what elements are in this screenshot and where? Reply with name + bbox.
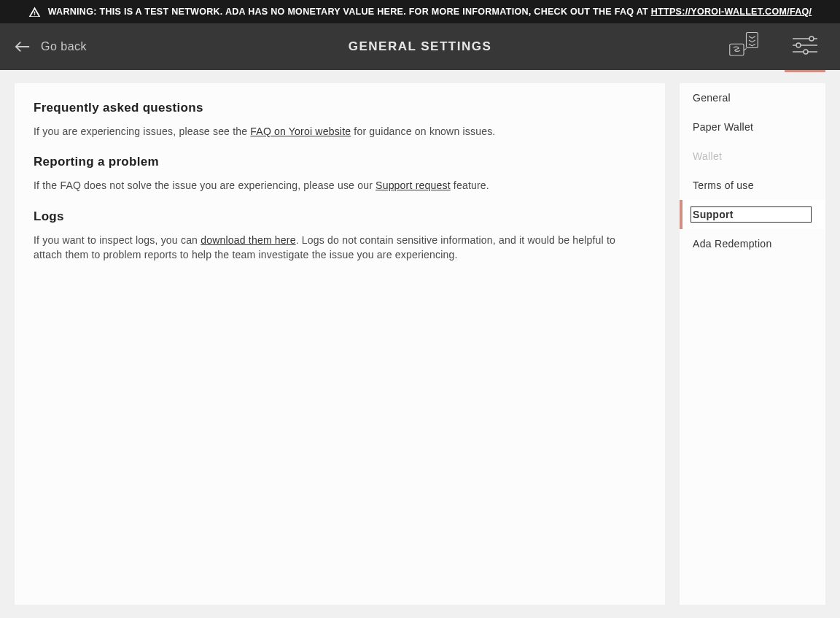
report-paragraph: If the FAQ does not solve the issue you … bbox=[34, 178, 646, 193]
settings-side-nav: General Paper Wallet Wallet Terms of use… bbox=[680, 83, 825, 605]
logs-paragraph: If you want to inspect logs, you can dow… bbox=[34, 233, 646, 263]
sidebar-item-paper-wallet[interactable]: Paper Wallet bbox=[680, 112, 825, 142]
svg-point-7 bbox=[804, 50, 808, 54]
warning-faq-link[interactable]: HTTPS://YOROI-WALLET.COM/FAQ/ bbox=[651, 7, 812, 17]
wallets-icon bbox=[728, 31, 759, 63]
warning-text: WARNING: THIS IS A TEST NETWORK. ADA HAS… bbox=[48, 4, 812, 19]
sidebar-item-ada-redemption[interactable]: Ada Redemption bbox=[680, 229, 825, 258]
arrow-left-icon bbox=[15, 41, 31, 53]
svg-rect-0 bbox=[730, 44, 744, 55]
sidebar-item-label: Terms of use bbox=[693, 179, 754, 191]
faq-heading: Frequently asked questions bbox=[34, 101, 646, 115]
main-layout: Frequently asked questions If you are ex… bbox=[0, 70, 840, 605]
report-text-before: If the FAQ does not solve the issue you … bbox=[34, 179, 376, 191]
wallets-button[interactable] bbox=[723, 23, 764, 70]
support-request-link[interactable]: Support request bbox=[376, 179, 451, 191]
topbar: Go back GENERAL SETTINGS bbox=[0, 23, 840, 70]
go-back-label: Go back bbox=[41, 40, 87, 53]
sidebar-item-label: Wallet bbox=[693, 150, 722, 162]
sidebar-item-label: Ada Redemption bbox=[693, 238, 772, 250]
warning-text-static: WARNING: THIS IS A TEST NETWORK. ADA HAS… bbox=[48, 7, 651, 17]
download-logs-link[interactable]: download them here bbox=[201, 234, 295, 246]
support-content: Frequently asked questions If you are ex… bbox=[15, 83, 665, 605]
svg-point-5 bbox=[796, 43, 801, 47]
sidebar-item-support[interactable]: Support bbox=[680, 200, 825, 229]
warning-icon bbox=[28, 6, 41, 18]
page-title: GENERAL SETTINGS bbox=[349, 39, 492, 54]
report-heading: Reporting a problem bbox=[34, 155, 646, 169]
report-text-after: feature. bbox=[451, 179, 489, 191]
sidebar-item-terms-of-use[interactable]: Terms of use bbox=[680, 171, 825, 200]
logs-text-before: If you want to inspect logs, you can bbox=[34, 234, 201, 246]
logs-heading: Logs bbox=[34, 209, 646, 224]
svg-point-3 bbox=[809, 36, 814, 41]
sidebar-item-wallet: Wallet bbox=[680, 142, 825, 171]
settings-button[interactable] bbox=[785, 23, 825, 70]
sidebar-item-label: General bbox=[693, 92, 731, 104]
faq-website-link[interactable]: FAQ on Yoroi website bbox=[250, 125, 351, 137]
topbar-actions bbox=[723, 23, 825, 70]
test-network-warning-banner: WARNING: THIS IS A TEST NETWORK. ADA HAS… bbox=[0, 0, 840, 23]
go-back-button[interactable]: Go back bbox=[15, 40, 87, 53]
sidebar-item-label: Support bbox=[693, 209, 809, 220]
faq-text-after: for guidance on known issues. bbox=[351, 125, 495, 137]
faq-paragraph: If you are experiencing issues, please s… bbox=[34, 124, 646, 139]
sidebar-item-general[interactable]: General bbox=[680, 83, 825, 112]
faq-text-before: If you are experiencing issues, please s… bbox=[34, 125, 250, 137]
sidebar-item-label: Paper Wallet bbox=[693, 121, 753, 133]
settings-sliders-icon bbox=[793, 36, 817, 58]
